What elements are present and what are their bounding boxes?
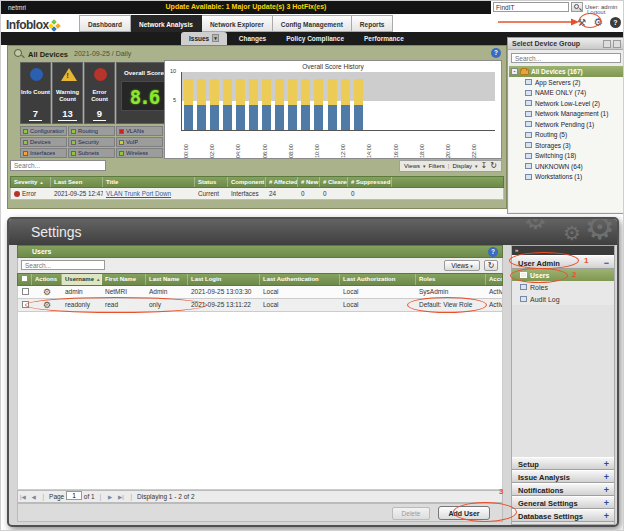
device-group-item-routing-5[interactable]: Routing (5)	[509, 130, 623, 141]
issues-col-last-seen[interactable]: Last Seen	[51, 177, 103, 187]
category-voip[interactable]: VoIP	[116, 137, 163, 147]
add-user-button[interactable]: Add User	[438, 506, 490, 520]
update-notice[interactable]: Update Available: 1 Major Update(s) 3 Ho…	[1, 3, 491, 10]
issues-col-status[interactable]: Status	[195, 177, 228, 187]
sidebar-item-roles[interactable]: Roles	[512, 281, 614, 293]
user-row-readonly[interactable]: ⚙readonlyreadonly2021-09-25 13:11:22Loca…	[17, 299, 503, 312]
device-group-item-storages-3[interactable]: Storages (3)	[509, 140, 623, 151]
device-group-root[interactable]: - All Devices (167)	[509, 66, 623, 77]
category-subnets[interactable]: Subnets	[68, 148, 115, 158]
search-icon[interactable]	[571, 2, 583, 12]
row-select-cell[interactable]	[18, 286, 32, 298]
accordion-notifications[interactable]: Notifications+	[512, 483, 614, 496]
main-tab-reports[interactable]: Reports	[352, 15, 394, 32]
panel-settings-icon[interactable]	[613, 40, 621, 48]
tree-collapse-icon[interactable]: -	[511, 68, 518, 75]
delete-button[interactable]: Delete	[392, 507, 430, 520]
issues-col-new[interactable]: # New	[298, 177, 320, 187]
collapse-panel-icon[interactable]	[603, 40, 611, 48]
sidebar-collapse-bar[interactable]: »	[512, 246, 614, 255]
users-col-actions[interactable]: Actions	[32, 274, 62, 285]
gear-icon[interactable]: ⚙	[593, 16, 603, 29]
users-col-last-authorization[interactable]: Last Authorization	[340, 274, 416, 285]
users-col-first-name[interactable]: First Name	[102, 274, 146, 285]
category-link[interactable]: Wireless	[126, 150, 148, 156]
users-col-last-name[interactable]: Last Name	[146, 274, 188, 285]
views-menu[interactable]: Views	[404, 163, 420, 169]
category-security[interactable]: Security	[68, 137, 115, 147]
sub-tab-issues[interactable]: Issues▾	[181, 32, 227, 45]
issues-col-title[interactable]: Title	[103, 177, 195, 187]
findit-input[interactable]	[493, 2, 569, 12]
checkbox[interactable]	[22, 301, 29, 308]
accordion-setup[interactable]: Setup+	[512, 457, 614, 470]
category-link[interactable]: Configurations	[30, 128, 64, 134]
category-link[interactable]: Subnets	[78, 150, 99, 156]
sub-tab-changes[interactable]: Changes	[231, 32, 274, 45]
device-group-item-network-management-1[interactable]: Network Management (1)	[509, 109, 623, 120]
users-col-account[interactable]: Account	[486, 274, 503, 285]
gear-icon[interactable]: ⚙	[43, 300, 51, 310]
users-col-roles[interactable]: Roles	[416, 274, 486, 285]
main-tab-config-management[interactable]: Config Management	[273, 15, 352, 32]
chevron-down-icon[interactable]: ▾	[212, 34, 219, 42]
row-select-cell[interactable]	[18, 299, 32, 311]
sub-tab-performance[interactable]: Performance	[356, 32, 412, 45]
category-link[interactable]: Security	[78, 139, 99, 145]
sidebar-item-users[interactable]: Users	[512, 269, 614, 281]
category-link[interactable]: Routing	[78, 128, 98, 134]
category-interfaces[interactable]: Interfaces	[20, 148, 67, 158]
category-link[interactable]: Interfaces	[30, 150, 55, 156]
device-group-item-workstations-1[interactable]: Workstations (1)	[509, 172, 623, 183]
help-icon[interactable]: ?	[491, 48, 501, 58]
last-page-icon[interactable]: ▶|	[118, 494, 124, 500]
category-configurations[interactable]: Configurations	[20, 126, 67, 136]
refresh-icon[interactable]: ↻	[484, 260, 498, 271]
issues-search-input[interactable]	[10, 160, 106, 171]
collapse-section-icon[interactable]: −	[604, 258, 609, 268]
export-icon[interactable]: ↧	[481, 161, 488, 171]
users-col-last-authentication[interactable]: Last Authentication	[260, 274, 340, 285]
display-menu[interactable]: Display	[452, 163, 472, 169]
category-link[interactable]: VoIP	[126, 139, 138, 145]
gear-icon[interactable]: ⚙	[43, 287, 51, 297]
filters-menu[interactable]: Filters	[428, 163, 444, 169]
user-row-admin[interactable]: ⚙adminNetMRIAdmin2021-09-25 13:03:30Loca…	[17, 286, 503, 299]
sub-tab-policy-compliance[interactable]: Policy Compliance	[278, 32, 352, 45]
views-button[interactable]: Views ▾	[444, 260, 480, 271]
category-link[interactable]: Devices	[30, 139, 51, 145]
category-routing[interactable]: Routing	[68, 126, 115, 136]
row-actions-cell[interactable]: ⚙	[32, 286, 62, 298]
accordion-issue-analysis[interactable]: Issue Analysis+	[512, 470, 614, 483]
sidebar-item-audit-log[interactable]: Audit Log	[512, 293, 614, 305]
accordion-database-settings[interactable]: Database Settings+	[512, 509, 614, 522]
device-group-item-network-low-level-2[interactable]: Network Low-Level (2)	[509, 98, 623, 109]
users-col-select[interactable]	[18, 274, 32, 285]
main-tab-dashboard[interactable]: Dashboard	[79, 15, 131, 32]
device-group-search-input[interactable]	[511, 53, 621, 63]
device-group-item-network-pending-1[interactable]: Network Pending (1)	[509, 119, 623, 130]
device-group-item-switching-18[interactable]: Switching (18)	[509, 151, 623, 162]
prev-page-icon[interactable]: ◀	[31, 494, 35, 500]
device-group-item-unknown-64[interactable]: UNKNOWN (64)	[509, 161, 623, 172]
help-icon[interactable]: ?	[488, 247, 498, 257]
category-devices[interactable]: Devices	[20, 137, 67, 147]
main-tab-network-analysis[interactable]: Network Analysis	[131, 15, 202, 32]
accordion-general-settings[interactable]: General Settings+	[512, 496, 614, 509]
issues-col-suppressed[interactable]: # Suppressed	[348, 177, 392, 187]
users-col-username[interactable]: Username▲	[62, 274, 102, 285]
users-col-last-login[interactable]: Last Login	[188, 274, 260, 285]
issues-col-cleared[interactable]: # Cleared	[320, 177, 348, 187]
users-search-input[interactable]	[21, 260, 105, 270]
main-tab-network-explorer[interactable]: Network Explorer	[202, 15, 273, 32]
device-group-item-name-only-74[interactable]: NAME ONLY (74)	[509, 88, 623, 99]
refresh-icon[interactable]: ↻	[490, 161, 497, 171]
category-vlans[interactable]: VLANs	[116, 126, 163, 136]
first-page-icon[interactable]: |◀	[20, 494, 26, 500]
issue-title-link[interactable]: VLAN Trunk Port Down	[106, 190, 171, 197]
checkbox[interactable]	[21, 275, 28, 282]
row-actions-cell[interactable]: ⚙	[32, 299, 62, 311]
tools-icon[interactable]: ⚒	[577, 17, 586, 28]
sidebar-section-user-admin[interactable]: User Admin −	[512, 255, 614, 269]
issues-col-component[interactable]: Component	[228, 177, 266, 187]
